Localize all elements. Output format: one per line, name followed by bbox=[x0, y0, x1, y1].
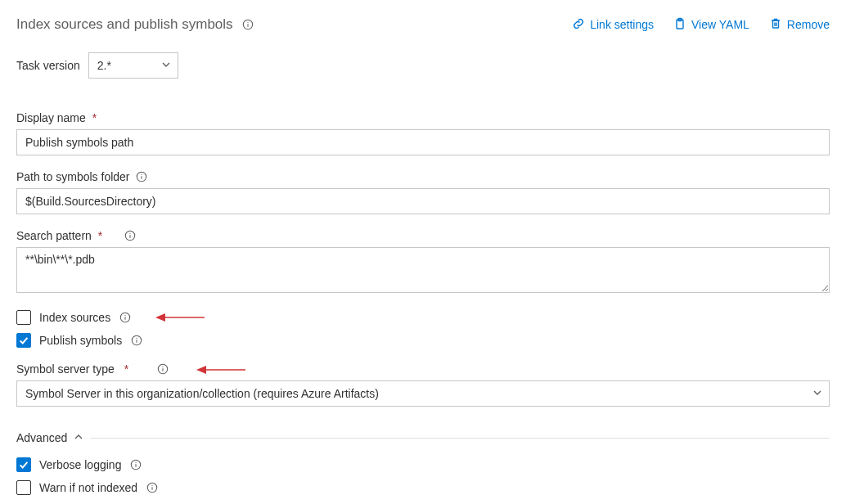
chevron-up-icon bbox=[74, 431, 83, 444]
info-icon[interactable] bbox=[129, 458, 142, 471]
required-mark: * bbox=[98, 229, 102, 242]
clipboard-icon bbox=[673, 17, 686, 33]
path-symbols-input[interactable] bbox=[16, 188, 830, 214]
symbol-server-type-label: Symbol server type bbox=[16, 362, 115, 376]
link-settings-label: Link settings bbox=[590, 18, 654, 31]
chevron-down-icon bbox=[812, 387, 822, 400]
warn-if-not-indexed-checkbox[interactable] bbox=[16, 480, 31, 495]
info-icon[interactable] bbox=[124, 229, 137, 242]
task-version-label: Task version bbox=[16, 59, 80, 72]
task-version-value: 2.* bbox=[97, 59, 111, 72]
advanced-section-header[interactable]: Advanced bbox=[16, 431, 830, 444]
trash-icon bbox=[769, 17, 782, 33]
advanced-label: Advanced bbox=[16, 431, 67, 444]
link-icon bbox=[572, 17, 585, 33]
svg-marker-18 bbox=[155, 313, 165, 322]
info-icon[interactable] bbox=[241, 18, 254, 31]
publish-symbols-label: Publish symbols bbox=[39, 334, 122, 347]
svg-rect-5 bbox=[772, 20, 778, 28]
annotation-arrow bbox=[155, 310, 205, 325]
divider bbox=[90, 438, 830, 439]
svg-point-12 bbox=[130, 233, 131, 234]
display-name-label: Display name bbox=[16, 111, 86, 124]
path-symbols-label: Path to symbols folder bbox=[16, 170, 130, 183]
publish-symbols-checkbox[interactable] bbox=[16, 333, 31, 348]
svg-point-31 bbox=[152, 485, 153, 486]
task-version-select[interactable]: 2.* bbox=[88, 52, 178, 79]
annotation-arrow bbox=[196, 362, 245, 377]
required-mark: * bbox=[92, 111, 97, 124]
svg-marker-26 bbox=[196, 366, 206, 374]
view-yaml-link[interactable]: View YAML bbox=[673, 17, 749, 33]
svg-point-20 bbox=[137, 338, 137, 339]
info-icon[interactable] bbox=[130, 334, 143, 347]
info-icon[interactable] bbox=[135, 170, 148, 183]
svg-point-1 bbox=[247, 22, 248, 23]
verbose-logging-checkbox[interactable] bbox=[16, 457, 31, 472]
index-sources-label: Index sources bbox=[39, 311, 110, 324]
svg-point-15 bbox=[125, 315, 126, 316]
verbose-logging-label: Verbose logging bbox=[39, 458, 121, 471]
symbol-server-type-value: Symbol Server in this organization/colle… bbox=[25, 387, 379, 400]
search-pattern-label: Search pattern bbox=[16, 229, 92, 242]
chevron-down-icon bbox=[161, 59, 171, 72]
required-mark: * bbox=[124, 362, 128, 376]
display-name-input[interactable] bbox=[16, 129, 830, 155]
remove-link[interactable]: Remove bbox=[769, 17, 830, 33]
search-pattern-input[interactable] bbox=[16, 247, 830, 293]
link-settings-link[interactable]: Link settings bbox=[572, 17, 654, 33]
info-icon[interactable] bbox=[146, 481, 159, 494]
svg-point-28 bbox=[136, 462, 137, 463]
warn-if-not-indexed-label: Warn if not indexed bbox=[39, 481, 137, 494]
remove-label: Remove bbox=[787, 18, 830, 31]
index-sources-checkbox[interactable] bbox=[16, 310, 31, 325]
page-title: Index sources and publish symbols bbox=[16, 16, 233, 33]
view-yaml-label: View YAML bbox=[691, 18, 749, 31]
info-icon[interactable] bbox=[119, 311, 132, 324]
symbol-server-type-select[interactable]: Symbol Server in this organization/colle… bbox=[16, 380, 830, 407]
svg-point-23 bbox=[163, 367, 164, 367]
svg-point-9 bbox=[141, 174, 142, 175]
info-icon[interactable] bbox=[156, 362, 169, 376]
